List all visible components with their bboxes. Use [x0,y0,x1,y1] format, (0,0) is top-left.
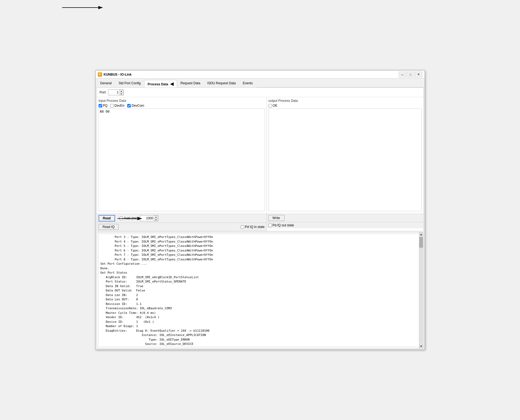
window-title: KUNBUS - IO-Link [104,73,132,76]
scroll-down-button[interactable]: ▼ [419,344,423,348]
title-bar-left: K KUNBUS - IO-Link [98,72,132,77]
port-input[interactable] [108,90,119,95]
scrollbar[interactable]: ▲ ▼ [419,233,423,348]
checkbox-deverr-input[interactable] [110,104,114,107]
pd-iq-in-state[interactable]: Pd IQ in state [241,225,265,229]
log-container: Port 3 - Type: IOLM_SMI_ePortTypes_Class… [97,232,424,348]
content-area: Port: ▲ ▼ Input Process Data PQ [97,88,424,231]
read-btn-container: Read [99,215,115,221]
bottom-right: Write Pd IQ out state [267,214,423,231]
port-spinner[interactable]: ▲ ▼ [108,89,124,95]
log-area[interactable]: Port 3 - Type: IOLM_SMI_ePortTypes_Class… [98,234,422,347]
bottom-left: Read Auto (ms): [97,214,267,231]
scroll-track [419,237,423,344]
auto-ms-spin-down[interactable]: ▼ [154,218,158,221]
output-process-data-panel: output Process Data OE [267,97,423,214]
write-button-row: Write [267,214,423,222]
input-process-data-panel: Input Process Data PQ DevErr DevCom [97,97,267,214]
tab-events[interactable]: Events [239,80,256,88]
port-label: Port: [100,90,106,94]
output-checkboxes-row: OE [269,104,422,107]
port-spin-up[interactable]: ▲ [119,90,123,92]
write-button[interactable]: Write [268,215,284,221]
port-spin-down[interactable]: ▼ [119,92,123,95]
read-button[interactable]: Read [99,215,115,221]
input-panel-title: Input Process Data [99,99,265,103]
title-bar-controls: — □ ✕ [399,72,422,78]
read-iq-button[interactable]: Read IQ [99,224,119,230]
read-iq-row: Read IQ Pd IQ in state [97,223,266,231]
checkbox-pq[interactable]: PQ [99,104,108,107]
checkbox-devcom-input[interactable] [127,104,131,107]
minimize-button[interactable]: — [399,72,406,78]
auto-ms-spin-up[interactable]: ▲ [154,216,158,218]
auto-ms-spinner[interactable]: ▲ ▼ [140,215,158,221]
checkbox-oe-input[interactable] [269,104,272,107]
auto-checkbox[interactable] [119,217,123,220]
tab-process-data[interactable]: Process Data ◀ [144,80,177,88]
auto-label: Auto (ms): [124,216,139,220]
output-panel-title: output Process Data [269,99,422,103]
app-icon: K [98,72,102,77]
tab-std-port-config[interactable]: Std Port Config [115,80,144,88]
scroll-up-button[interactable]: ▲ [419,233,423,236]
port-row: Port: ▲ ▼ [97,88,423,97]
pd-iq-out-state[interactable]: Pd IQ out state [268,223,294,227]
tab-request-data[interactable]: Request Data [177,80,204,88]
close-button[interactable]: ✕ [415,72,422,78]
main-window: K KUNBUS - IO-Link — □ ✕ General Std Por… [95,70,425,350]
scroll-thumb[interactable] [419,237,423,248]
tab-isdu-request-data[interactable]: ISDU Request Data [204,80,239,88]
pd-iq-out-row: Pd IQ out state [267,222,423,228]
checkbox-oe[interactable]: OE [269,104,277,107]
bottom-rows: Read Auto (ms): [97,214,423,231]
checkbox-pq-input[interactable] [99,104,102,107]
auto-ms-spinner-buttons: ▲ ▼ [154,216,158,221]
input-data-textarea[interactable]: A8 00 [99,109,265,211]
tab-bar: General Std Port Config Process Data ◀ R… [96,79,425,88]
tab-arrow-annotation [59,2,113,10]
auto-ms-input[interactable] [140,216,154,221]
pd-iq-out-checkbox[interactable] [268,224,272,227]
output-data-textarea[interactable] [269,109,422,211]
port-spinner-buttons: ▲ ▼ [119,90,123,95]
checkbox-devcom[interactable]: DevCom [127,104,144,107]
log-content: Port 3 - Type: IOLM_SMI_ePortTypes_Class… [100,235,420,347]
tab-general[interactable]: General [97,80,115,88]
title-bar: K KUNBUS - IO-Link — □ ✕ [96,70,425,79]
input-checkboxes-row: PQ DevErr DevCom [99,104,265,107]
checkbox-deverr[interactable]: DevErr [110,104,125,107]
auto-section: Auto (ms): ▲ ▼ [119,215,158,221]
read-button-row: Read Auto (ms): [97,214,266,223]
data-section: Input Process Data PQ DevErr DevCom [97,97,423,214]
maximize-button[interactable]: □ [407,72,414,78]
pd-iq-in-checkbox[interactable] [241,225,244,229]
